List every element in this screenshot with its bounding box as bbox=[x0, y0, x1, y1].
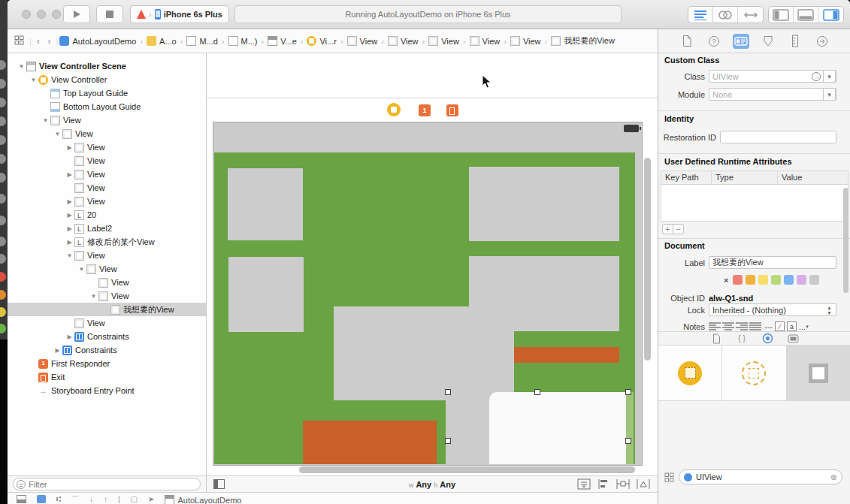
view-controller-badge-icon[interactable] bbox=[387, 103, 401, 116]
color-swatch[interactable] bbox=[809, 275, 819, 285]
light-green-strip[interactable] bbox=[626, 392, 634, 464]
outline-row[interactable]: ▶Constraints bbox=[8, 330, 206, 343]
disclosure-open-icon[interactable]: ▼ bbox=[29, 77, 38, 83]
breadcrumb-item[interactable]: View bbox=[510, 36, 541, 46]
toggle-debug-area-button[interactable] bbox=[794, 7, 818, 23]
chevron-down-icon[interactable]: ▾ bbox=[823, 88, 836, 101]
run-button[interactable] bbox=[63, 5, 90, 23]
disclosure-closed-icon[interactable]: ▶ bbox=[65, 144, 74, 151]
breadcrumb-item[interactable]: V...e bbox=[268, 36, 297, 46]
outline-row[interactable]: ▶View bbox=[8, 140, 206, 154]
disclosure-open-icon[interactable]: ▼ bbox=[77, 266, 86, 273]
document-label-field[interactable]: 我想要的View bbox=[709, 256, 836, 269]
breadcrumb-item[interactable]: View bbox=[347, 36, 378, 46]
color-swatch[interactable] bbox=[797, 275, 806, 285]
class-field[interactable]: UIView → ▾ bbox=[709, 70, 836, 83]
outline-row[interactable]: 我想要的View bbox=[8, 303, 206, 316]
disclosure-open-icon[interactable]: ▼ bbox=[41, 117, 50, 124]
horizontal-scrollbar[interactable] bbox=[299, 466, 635, 473]
breadcrumb-item[interactable]: M...d bbox=[186, 36, 217, 46]
breadcrumb-item[interactable]: Vi...r bbox=[307, 36, 336, 46]
quick-help-inspector-tab[interactable]: ? bbox=[706, 34, 722, 49]
disclosure-open-icon[interactable]: ▼ bbox=[89, 293, 98, 300]
library-item-object[interactable] bbox=[722, 346, 786, 400]
selection-handle[interactable] bbox=[534, 389, 540, 395]
remove-attribute-button[interactable]: − bbox=[673, 224, 684, 234]
breadcrumb-item[interactable]: 我想要的View bbox=[551, 35, 615, 47]
outline-row[interactable]: ▼View bbox=[8, 289, 206, 303]
scheme-selector[interactable]: › iPhone 6s Plus bbox=[130, 5, 229, 23]
minimize-window-button[interactable] bbox=[37, 10, 46, 19]
outline-row[interactable]: View bbox=[8, 316, 206, 330]
disclosure-open-icon[interactable]: ▼ bbox=[65, 252, 74, 259]
outline-row[interactable]: ▼View bbox=[8, 249, 206, 262]
exit-badge-icon[interactable] bbox=[446, 104, 458, 116]
go-back-button[interactable]: ‹ bbox=[33, 35, 44, 47]
outline-row[interactable]: View bbox=[8, 154, 206, 167]
pause-icon[interactable]: ⑆ bbox=[56, 495, 61, 503]
disclosure-closed-icon[interactable]: ▶ bbox=[65, 333, 74, 340]
lock-dropdown[interactable]: Inherited - (Nothing) ▲▼ bbox=[709, 303, 836, 316]
pin-icon[interactable] bbox=[616, 478, 630, 490]
align-icon[interactable] bbox=[597, 478, 610, 490]
outline-row[interactable]: ▶Constraints bbox=[8, 343, 206, 357]
outline-row[interactable]: ▼View Controller bbox=[8, 73, 206, 86]
debug-process-label[interactable]: AutoLayoutDemo bbox=[165, 495, 241, 504]
step-into-icon[interactable]: ↓ bbox=[89, 495, 93, 503]
breakpoints-toggle-icon[interactable] bbox=[37, 495, 46, 503]
library-grid-icon[interactable] bbox=[664, 472, 674, 482]
related-items-icon[interactable] bbox=[11, 35, 28, 47]
library-search-field[interactable]: UIView ⊗ bbox=[679, 469, 842, 484]
selection-handle[interactable] bbox=[625, 389, 631, 395]
align-left-icon[interactable] bbox=[709, 321, 721, 331]
color-swatch[interactable] bbox=[746, 275, 755, 285]
size-inspector-tab[interactable] bbox=[787, 34, 803, 49]
breadcrumb-item[interactable]: AutoLayoutDemo bbox=[59, 36, 136, 46]
color-swatch[interactable] bbox=[733, 275, 743, 285]
outline-row[interactable]: ▼View bbox=[8, 113, 206, 127]
step-out-icon[interactable]: ↑ bbox=[104, 495, 107, 503]
table-body-empty[interactable] bbox=[661, 185, 848, 222]
outline-row[interactable]: ▶View bbox=[8, 167, 206, 181]
selection-handle[interactable] bbox=[445, 389, 451, 395]
outline-row[interactable]: ▶LLabel2 bbox=[8, 222, 206, 235]
add-attribute-button[interactable]: + bbox=[662, 224, 673, 234]
object-library-tab[interactable] bbox=[761, 333, 774, 344]
library-item-view[interactable] bbox=[787, 346, 850, 400]
breadcrumb-item[interactable]: View bbox=[388, 36, 419, 46]
vertical-scrollbar[interactable] bbox=[644, 158, 651, 361]
outline-row[interactable]: ▼View Controller Scene bbox=[8, 59, 206, 73]
disclosure-closed-icon[interactable]: ▶ bbox=[65, 171, 74, 178]
zoom-window-button[interactable] bbox=[52, 10, 61, 19]
disclosure-closed-icon[interactable]: ▶ bbox=[65, 212, 74, 219]
toggle-navigator-button[interactable] bbox=[769, 7, 794, 23]
outline-row[interactable]: ▼View bbox=[8, 127, 206, 140]
resolve-autolayout-icon[interactable] bbox=[637, 478, 650, 490]
storyboard-canvas[interactable]: 1 bbox=[207, 53, 658, 475]
go-forward-button[interactable]: › bbox=[44, 35, 54, 47]
standard-editor-button[interactable] bbox=[688, 7, 713, 23]
color-swatch[interactable] bbox=[771, 275, 781, 285]
embed-stack-icon[interactable] bbox=[577, 478, 591, 490]
filter-input[interactable] bbox=[13, 478, 201, 490]
selection-handle[interactable] bbox=[625, 438, 631, 444]
breadcrumb-item[interactable]: M...) bbox=[228, 36, 258, 46]
jump-to-class-icon[interactable]: → bbox=[812, 72, 821, 81]
connections-inspector-tab[interactable] bbox=[814, 34, 830, 49]
color-swatch[interactable] bbox=[758, 275, 768, 285]
module-field[interactable]: None ▾ bbox=[709, 88, 836, 101]
restoration-id-field[interactable] bbox=[720, 131, 836, 143]
orange-subview-2[interactable] bbox=[303, 421, 437, 464]
file-template-library-tab[interactable] bbox=[709, 333, 723, 344]
assistant-editor-button[interactable] bbox=[713, 7, 738, 23]
selection-handle[interactable] bbox=[445, 438, 451, 444]
gray-subview-2[interactable] bbox=[469, 167, 619, 241]
outline-row[interactable]: View bbox=[8, 181, 206, 195]
gray-subview-3[interactable] bbox=[228, 257, 304, 332]
hide-debug-area-icon[interactable] bbox=[17, 495, 26, 503]
inspector-scrollbar[interactable] bbox=[843, 188, 848, 293]
outline-row[interactable]: ▶L修改后的某个View bbox=[8, 235, 206, 249]
code-snippet-library-tab[interactable]: { } bbox=[735, 333, 749, 344]
location-icon[interactable]: ➤ bbox=[148, 495, 154, 503]
orange-subview-1[interactable] bbox=[514, 347, 619, 363]
